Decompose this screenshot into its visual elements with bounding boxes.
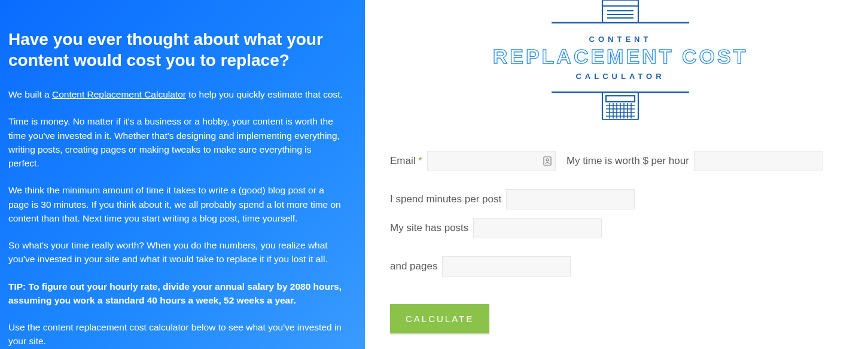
intro-paragraph-1: We built a Content Replacement Calculato… <box>8 87 343 101</box>
time-label: My time is worth $ per hour <box>567 155 689 167</box>
site-posts-input[interactable] <box>473 218 602 238</box>
minutes-field-group: I spend minutes per post <box>390 189 635 210</box>
email-field-group: Email * <box>390 151 556 171</box>
form-row-1: Email * My time is worth $ per hour <box>390 151 850 171</box>
pages-label: and pages <box>390 260 437 272</box>
email-label: Email * <box>390 155 422 167</box>
minutes-per-post-input[interactable] <box>506 189 635 210</box>
form-row-2: I spend minutes per post My site has pos… <box>390 189 850 238</box>
intro-panel: Have you ever thought about what your co… <box>0 0 365 349</box>
time-worth-input[interactable] <box>694 151 823 171</box>
calculator-panel: CONTENT REPLACEMENT COST CALCULATOR <box>365 0 868 349</box>
logo-line3: CALCULATOR <box>575 72 665 81</box>
logo-line1: CONTENT <box>589 35 651 44</box>
minutes-label: I spend minutes per post <box>390 193 501 205</box>
intro-paragraph-3: We think the minimum amount of time it t… <box>8 183 343 225</box>
email-input[interactable] <box>427 151 556 171</box>
pages-field-group: and pages <box>390 256 571 277</box>
time-field-group: My time is worth $ per hour <box>567 151 823 171</box>
form-row-3: and pages <box>390 256 850 277</box>
posts-label: My site has posts <box>390 222 468 234</box>
site-pages-input[interactable] <box>442 256 571 277</box>
tip-paragraph: TIP: To figure out your hourly rate, div… <box>8 280 343 308</box>
logo: CONTENT REPLACEMENT COST CALCULATOR <box>390 0 850 122</box>
intro-paragraph-5: Use the content replacement cost calcula… <box>8 320 343 348</box>
required-indicator: * <box>418 155 422 166</box>
calculate-button[interactable]: CALCULATE <box>390 304 489 333</box>
svg-rect-8 <box>606 96 635 102</box>
logo-line2: REPLACEMENT COST <box>492 45 748 68</box>
content-replacement-calculator-link[interactable]: Content Replacement Calculator <box>52 89 186 99</box>
page-heading: Have you ever thought about what your co… <box>8 29 343 71</box>
posts-field-group: My site has posts <box>390 218 602 238</box>
intro-paragraph-2: Time is money. No matter if it's a busin… <box>8 114 343 170</box>
p1-post: to help you quickly estimate that cost. <box>186 89 343 99</box>
email-label-text: Email <box>390 155 416 166</box>
intro-paragraph-4: So what's your time really worth? When y… <box>8 238 343 266</box>
p1-pre: We built a <box>8 89 52 99</box>
calculator-logo-svg: CONTENT REPLACEMENT COST CALCULATOR <box>492 0 749 120</box>
